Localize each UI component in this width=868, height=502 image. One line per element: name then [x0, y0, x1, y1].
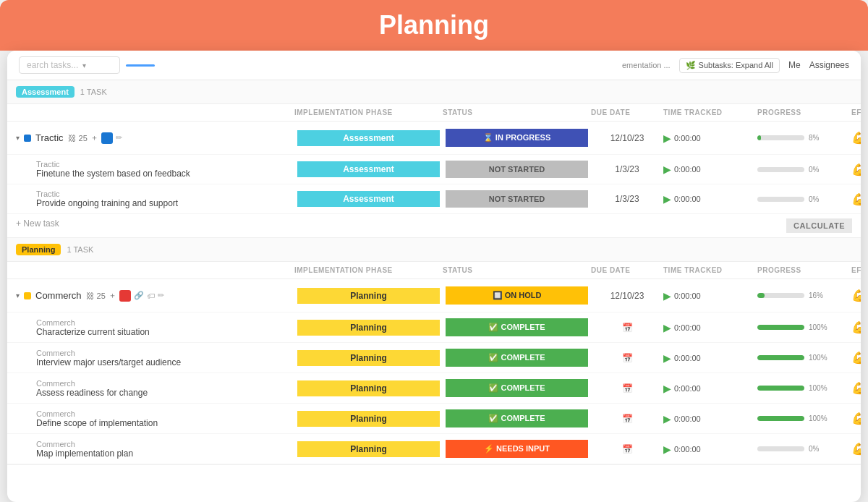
add-icon-p[interactable]: ＋: [109, 290, 116, 301]
assessment-task-count: 1 TASK: [80, 88, 107, 96]
planning-child-5-status: ⚡ NEEDS INPUT: [443, 438, 591, 459]
planning-child-4-status-tag[interactable]: ✅ COMPLETE: [446, 409, 588, 427]
subtasks-icon: 🌿: [686, 61, 696, 70]
planning-child-3-phase: Planning: [294, 379, 443, 398]
link-icon[interactable]: 🔗: [134, 291, 144, 300]
progress-pct: 100%: [809, 354, 827, 362]
progress-bar-fill: [757, 416, 804, 421]
planning-child-3-phase-tag: Planning: [297, 380, 440, 396]
assessment-child-1-status-tag[interactable]: NOT STARTED: [446, 161, 588, 178]
assignees-label[interactable]: Assignees: [809, 60, 849, 70]
assessment-section: Assessment 1 TASK IMPLEMENTATION PHASE S…: [7, 80, 861, 238]
planning-child-5-progress: 0%: [757, 445, 851, 453]
collapse-arrow-icon[interactable]: ▾: [16, 292, 20, 299]
play-icon[interactable]: ▶: [663, 132, 671, 144]
new-task-label[interactable]: + New task: [16, 218, 59, 229]
progress-bar-bg: [757, 355, 804, 360]
assessment-parent-label[interactable]: Tractic: [35, 132, 64, 143]
planning-parent-time: ▶ 0:00:00: [663, 290, 757, 302]
assessment-child-2-name-cell: Tractic Provide ongoing training and sup…: [16, 190, 294, 208]
progress-bar-fill-p: [757, 293, 765, 298]
search-box[interactable]: earch tasks... ▾: [19, 56, 120, 74]
play-icon[interactable]: ▶: [663, 193, 671, 205]
assessment-child-2-time: ▶ 0:00:00: [663, 193, 757, 205]
planning-child-row-5: Commerch Map implementation plan Plannin…: [7, 434, 861, 464]
progress-pct: 100%: [809, 414, 827, 422]
col-time-tracked: TIME TRACKED: [663, 109, 757, 116]
assessment-child-2-effort: 💪💪💪💪: [851, 192, 861, 206]
col-effort-p: EFFORT: [851, 266, 861, 274]
planning-child-2-status: ✅ COMPLETE: [443, 347, 591, 368]
planning-child-1-due: 📅: [591, 323, 663, 333]
progress-bar-fill: [757, 135, 761, 140]
col-task: [16, 109, 294, 116]
progress-bar-bg: [757, 167, 804, 172]
planning-child-4-phase-tag: Planning: [297, 411, 440, 427]
play-icon[interactable]: ▶: [663, 443, 671, 455]
assessment-child-2-due: 1/3/23: [591, 194, 663, 204]
planning-col-headers: IMPLEMENTATION PHASE STATUS DUE DATE TIM…: [7, 262, 861, 279]
planning-child-5-effort: 💪💪💪💪: [851, 442, 861, 456]
planning-child-1-status-tag[interactable]: ✅ COMPLETE: [446, 318, 588, 336]
planning-child-4-effort: 💪💪💪💪: [851, 412, 861, 425]
calculate-button[interactable]: CALCULATE: [786, 218, 852, 233]
collapse-arrow-icon[interactable]: ▾: [16, 134, 20, 142]
planning-child-1-name-cell: Commerch Characterize current situation: [16, 318, 294, 337]
col-due-date: DUE DATE: [591, 109, 663, 116]
planning-child-5-time: ▶ 0:00:00: [663, 443, 757, 455]
planning-child-4-progress: 100%: [757, 414, 851, 422]
planning-badge[interactable]: Planning: [16, 244, 61, 255]
play-icon[interactable]: ▶: [663, 383, 671, 394]
assessment-child-row-2: Tractic Provide ongoing training and sup…: [7, 184, 861, 214]
play-icon[interactable]: ▶: [663, 413, 671, 425]
task-meta: ⛓ 25 ＋ ✏: [68, 132, 122, 144]
edit-icon[interactable]: ✏: [116, 133, 122, 142]
planning-child-1-phase: Planning: [294, 318, 443, 337]
page-title: Planning: [379, 10, 489, 41]
play-icon[interactable]: ▶: [663, 352, 671, 364]
planning-parent-status[interactable]: 🔲 ON HOLD: [446, 286, 588, 305]
play-icon[interactable]: ▶: [663, 163, 671, 175]
planning-parent-label[interactable]: Commerch: [35, 290, 82, 301]
progress-pct: 0%: [809, 445, 819, 453]
planning-child-2-status-tag[interactable]: ✅ COMPLETE: [446, 349, 588, 367]
planning-child-row-3: Commerch Assess readiness for change Pla…: [7, 373, 861, 404]
planning-child-5-status-tag[interactable]: ⚡ NEEDS INPUT: [446, 440, 588, 458]
assessment-child-2-status-tag[interactable]: NOT STARTED: [446, 190, 588, 208]
edit-icon-p[interactable]: ✏: [158, 291, 164, 300]
progress-bar-bg-p: [757, 293, 804, 298]
planning-child-1-progress: 100%: [757, 323, 851, 331]
planning-child-4-name-cell: Commerch Define scope of implementation: [16, 409, 294, 428]
planning-child-4-status: ✅ COMPLETE: [443, 408, 591, 429]
subtasks-expand-button[interactable]: 🌿 Subtasks: Expand All: [679, 58, 780, 73]
assessment-parent-phase-cell: Assessment: [294, 129, 443, 148]
color-swatch[interactable]: [101, 132, 113, 144]
assessment-child-1-name-cell: Tractic Finetune the system based on fee…: [16, 160, 294, 179]
assessment-badge[interactable]: Assessment: [16, 86, 75, 98]
col-time-tracked-p: TIME TRACKED: [663, 266, 757, 274]
planning-child-2-due: 📅: [591, 353, 663, 363]
progress-pct: 0%: [809, 195, 819, 203]
progress-pct: 8%: [809, 134, 819, 142]
tab-indicator: [126, 64, 155, 67]
tag-icon[interactable]: 🏷: [147, 292, 155, 300]
progress-bar-bg: [757, 325, 804, 330]
play-icon-p[interactable]: ▶: [663, 290, 671, 302]
planning-parent-phase-cell: Planning: [294, 286, 443, 305]
implementation-label: ementation ...: [622, 61, 671, 69]
assessment-child-2-phase-tag: Assessment: [297, 191, 440, 207]
assessment-child-2-status: NOT STARTED: [443, 189, 591, 209]
assessment-phase-tag: Assessment: [297, 130, 440, 146]
assessment-parent-status[interactable]: ⌛ IN PROGRESS: [446, 129, 588, 147]
play-icon[interactable]: ▶: [663, 322, 671, 333]
me-label[interactable]: Me: [788, 60, 801, 70]
header-banner: Planning: [0, 0, 868, 51]
color-swatch-p[interactable]: [119, 290, 131, 302]
add-icon[interactable]: ＋: [90, 132, 98, 143]
planning-child-3-status-tag[interactable]: ✅ COMPLETE: [446, 379, 588, 397]
chevron-down-icon: ▾: [82, 61, 86, 69]
planning-child-row-2: Commerch Interview major users/target au…: [7, 343, 861, 373]
planning-child-3-effort: 💪💪💪💪: [851, 381, 861, 395]
planning-child-3-due: 📅: [591, 383, 663, 393]
top-bar-left: earch tasks... ▾: [19, 56, 155, 74]
